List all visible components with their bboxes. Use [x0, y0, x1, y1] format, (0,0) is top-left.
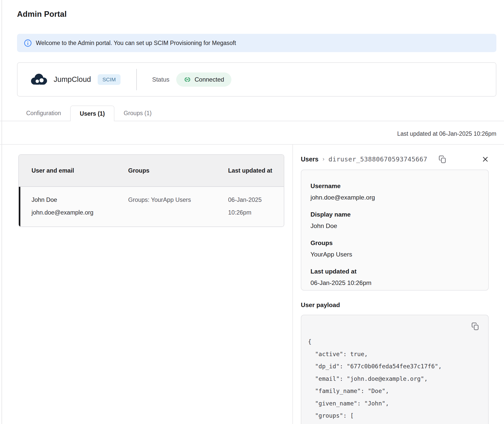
users-table: User and email Groups Last updated at Jo…	[18, 154, 284, 227]
breadcrumb-user-id: diruser_53880670593745667	[329, 156, 427, 163]
users-table-header: User and email Groups Last updated at	[19, 155, 284, 187]
section-divider	[0, 144, 504, 145]
detail-panel-header: Users › diruser_53880670593745667	[301, 154, 489, 165]
updated-time: 10:26pm	[228, 206, 279, 219]
field-label-groups: Groups	[310, 239, 481, 247]
breadcrumb-root: Users	[301, 156, 319, 163]
field-label-last-updated: Last updated at	[310, 267, 481, 276]
provider-card: JumpCloud SCIM Status Connected	[17, 62, 496, 97]
user-payload-json: { "active": true, "dp_id": "677c0b06feda…	[308, 336, 483, 424]
copy-payload-button[interactable]	[471, 322, 480, 330]
close-icon	[482, 156, 489, 163]
tab-bar: Configuration Users (1) Groups (1)	[0, 105, 504, 121]
status-value: Connected	[195, 76, 224, 83]
field-value-last-updated: 06-Jan-2025 10:26pm	[310, 279, 481, 287]
user-name: John Doe	[32, 193, 128, 206]
user-detail-card: Username john.doe@example.org Display na…	[301, 170, 489, 291]
tab-configuration[interactable]: Configuration	[17, 105, 70, 121]
user-payload-title: User payload	[301, 301, 340, 309]
status-label: Status	[152, 76, 169, 83]
field-value-groups: YourApp Users	[310, 250, 481, 259]
table-row[interactable]: John Doe john.doe@example.org Groups: Yo…	[19, 187, 284, 226]
col-groups: Groups	[128, 165, 228, 176]
provider-name: JumpCloud	[54, 75, 91, 84]
info-icon	[24, 39, 32, 47]
scim-badge: SCIM	[98, 74, 121, 85]
last-updated-line: Last updated at 06-Jan-2025 10:26pm	[397, 130, 496, 137]
card-divider	[136, 69, 137, 90]
field-label-display-name: Display name	[310, 210, 481, 219]
field-label-username: Username	[310, 182, 481, 190]
field-value-display-name: John Doe	[310, 222, 481, 230]
cell-groups: Groups: YourApp Users	[128, 193, 228, 219]
chevron-right-icon: ›	[323, 156, 324, 162]
user-payload-block: { "active": true, "dp_id": "677c0b06feda…	[301, 315, 489, 424]
tab-users[interactable]: Users (1)	[70, 105, 114, 121]
link-icon	[184, 76, 191, 83]
panel-divider	[292, 145, 293, 424]
cell-last-updated: 06-Jan-2025 10:26pm	[228, 193, 279, 219]
copy-id-button[interactable]	[438, 155, 447, 163]
status-badge: Connected	[176, 72, 231, 87]
page-left-border	[2, 0, 2, 424]
jumpcloud-logo-icon	[29, 72, 48, 87]
welcome-banner: Welcome to the Admin portal. You can set…	[17, 34, 496, 52]
col-user-and-email: User and email	[32, 165, 128, 176]
close-panel-button[interactable]	[482, 156, 489, 163]
welcome-banner-text: Welcome to the Admin portal. You can set…	[36, 40, 236, 47]
updated-date: 06-Jan-2025	[228, 193, 279, 206]
copy-icon	[471, 322, 480, 330]
user-email: john.doe@example.org	[32, 206, 128, 219]
copy-icon	[438, 155, 447, 163]
field-value-username: john.doe@example.org	[310, 193, 481, 202]
cell-user-and-email: John Doe john.doe@example.org	[32, 193, 128, 219]
tab-groups[interactable]: Groups (1)	[114, 105, 161, 121]
col-last-updated: Last updated at	[228, 165, 279, 176]
page-title: Admin Portal	[17, 10, 67, 19]
